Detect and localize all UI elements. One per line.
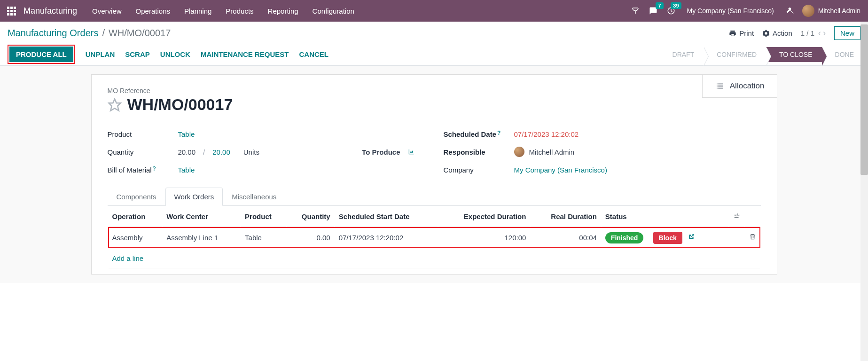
add-line-button[interactable]: Add a line: [109, 249, 760, 268]
top-navbar: Manufacturing Overview Operations Planni…: [0, 0, 868, 22]
cell-work-center[interactable]: Assembly Line 1: [163, 228, 240, 248]
col-settings[interactable]: [729, 207, 744, 227]
pager-value: 1 / 1: [801, 29, 814, 37]
pager-next-icon[interactable]: ›: [823, 28, 826, 38]
nav-products[interactable]: Products: [219, 3, 260, 19]
messages-icon[interactable]: 7: [648, 5, 659, 16]
control-panel: Manufacturing Orders / WH/MO/00017 Print…: [0, 22, 868, 43]
qty-separator: /: [200, 148, 208, 156]
stage-confirmed[interactable]: CONFIRMED: [704, 47, 766, 62]
list-icon: [715, 82, 725, 90]
scrap-button[interactable]: SCRAP: [125, 50, 150, 58]
status-stages: DRAFT CONFIRMED TO CLOSE DONE: [664, 47, 860, 62]
col-status[interactable]: Status: [602, 207, 728, 227]
work-orders-table: Operation Work Center Product Quantity S…: [108, 206, 761, 269]
nav-planning[interactable]: Planning: [178, 3, 218, 19]
qty-done[interactable]: 20.00: [178, 148, 196, 156]
print-button[interactable]: Print: [729, 29, 754, 37]
tab-components[interactable]: Components: [108, 188, 165, 206]
gear-icon: [762, 30, 770, 37]
mo-reference-label: MO Reference: [108, 87, 761, 94]
user-menu[interactable]: Mitchell Admin: [802, 5, 860, 17]
vertical-scrollbar[interactable]: [860, 22, 868, 283]
activities-icon[interactable]: 39: [665, 5, 677, 16]
app-brand[interactable]: Manufacturing: [21, 6, 84, 16]
col-scheduled[interactable]: Scheduled Start Date: [335, 207, 438, 227]
trash-icon: [749, 233, 756, 240]
col-work-center[interactable]: Work Center: [163, 207, 240, 227]
activities-badge: 39: [671, 2, 681, 9]
company-label: Company: [444, 166, 514, 174]
stage-done[interactable]: DONE: [822, 47, 860, 62]
quantity-label: Quantity: [108, 148, 178, 156]
responsible-label: Responsible: [444, 148, 514, 156]
svg-marker-1: [109, 99, 120, 110]
stage-to-close[interactable]: TO CLOSE: [766, 47, 822, 62]
cancel-button[interactable]: CANCEL: [299, 50, 328, 58]
product-value[interactable]: Table: [178, 130, 195, 138]
cell-quantity[interactable]: 0.00: [287, 228, 334, 248]
uom-value: Units: [243, 148, 259, 156]
messages-badge: 7: [656, 2, 663, 9]
tools-icon[interactable]: [784, 5, 796, 16]
cell-product[interactable]: Table: [241, 228, 286, 248]
delete-row-button[interactable]: [745, 228, 760, 248]
allocation-button[interactable]: Allocation: [703, 75, 777, 97]
avatar: [514, 147, 524, 157]
forecast-chart-icon[interactable]: [407, 149, 415, 155]
col-real[interactable]: Real Duration: [531, 207, 601, 227]
nav-operations[interactable]: Operations: [129, 3, 177, 19]
sliders-icon: [733, 212, 741, 219]
apps-menu-icon[interactable]: [4, 3, 19, 18]
unlock-button[interactable]: UNLOCK: [160, 50, 190, 58]
favorite-star-icon[interactable]: [108, 98, 122, 112]
breadcrumb-root[interactable]: Manufacturing Orders: [8, 28, 98, 39]
external-link-icon[interactable]: [688, 234, 695, 242]
cell-expected[interactable]: 120:00: [438, 228, 530, 248]
produce-all-button[interactable]: PRODUCE ALL: [9, 47, 73, 62]
bom-value[interactable]: Table: [178, 166, 195, 174]
pager: 1 / 1 ‹ ›: [801, 28, 826, 38]
scheduled-date-value[interactable]: 07/17/2023 12:20:02: [514, 130, 579, 138]
col-product[interactable]: Product: [241, 207, 286, 227]
maintenance-request-button[interactable]: MAINTENANCE REQUEST: [201, 50, 289, 58]
responsible-value[interactable]: Mitchell Admin: [529, 148, 575, 156]
scrollbar-thumb[interactable]: [860, 24, 868, 175]
new-button[interactable]: New: [834, 26, 860, 40]
pager-prev-icon[interactable]: ‹: [818, 28, 821, 38]
qty-total[interactable]: 20.00: [212, 148, 230, 156]
tab-miscellaneous[interactable]: Miscellaneous: [223, 188, 285, 206]
col-operation[interactable]: Operation: [109, 207, 162, 227]
nav-reporting[interactable]: Reporting: [261, 3, 305, 19]
company-selector[interactable]: My Company (San Francisco): [683, 5, 778, 16]
to-produce-label: To Produce: [362, 148, 400, 156]
button-box: Allocation: [702, 75, 777, 98]
breadcrumb-separator: /: [102, 28, 105, 39]
cell-scheduled[interactable]: 07/17/2023 12:20:02: [335, 228, 438, 248]
mo-name: WH/MO/00017: [127, 95, 233, 114]
action-button[interactable]: Action: [762, 29, 792, 37]
status-bar: PRODUCE ALL UNPLAN SCRAP UNLOCK MAINTENA…: [0, 43, 868, 66]
nav-configuration[interactable]: Configuration: [306, 3, 361, 19]
breadcrumb-current: WH/MO/00017: [109, 28, 171, 39]
help-icon[interactable]: ?: [153, 165, 156, 172]
table-row[interactable]: Assembly Assembly Line 1 Table 0.00 07/1…: [109, 228, 760, 248]
product-label: Product: [108, 130, 178, 138]
col-expected[interactable]: Expected Duration: [438, 207, 530, 227]
stage-draft[interactable]: DRAFT: [664, 47, 704, 62]
unplan-button[interactable]: UNPLAN: [86, 50, 115, 58]
cell-real[interactable]: 00:04: [531, 228, 601, 248]
col-quantity[interactable]: Quantity: [287, 207, 334, 227]
block-button[interactable]: Block: [653, 232, 682, 244]
form-sheet: Allocation MO Reference WH/MO/00017 Prod…: [91, 74, 777, 275]
cell-operation[interactable]: Assembly: [109, 228, 162, 248]
company-value[interactable]: My Company (San Francisco): [514, 166, 607, 174]
nav-overview[interactable]: Overview: [86, 3, 128, 19]
help-icon[interactable]: ?: [497, 130, 500, 136]
form-background: Allocation MO Reference WH/MO/00017 Prod…: [0, 66, 868, 283]
breadcrumb: Manufacturing Orders / WH/MO/00017: [8, 28, 171, 39]
tab-work-orders[interactable]: Work Orders: [165, 188, 223, 206]
status-badge: Finished: [605, 232, 644, 243]
dialpad-icon[interactable]: [630, 5, 641, 16]
cell-status: Finished Block: [602, 228, 728, 248]
